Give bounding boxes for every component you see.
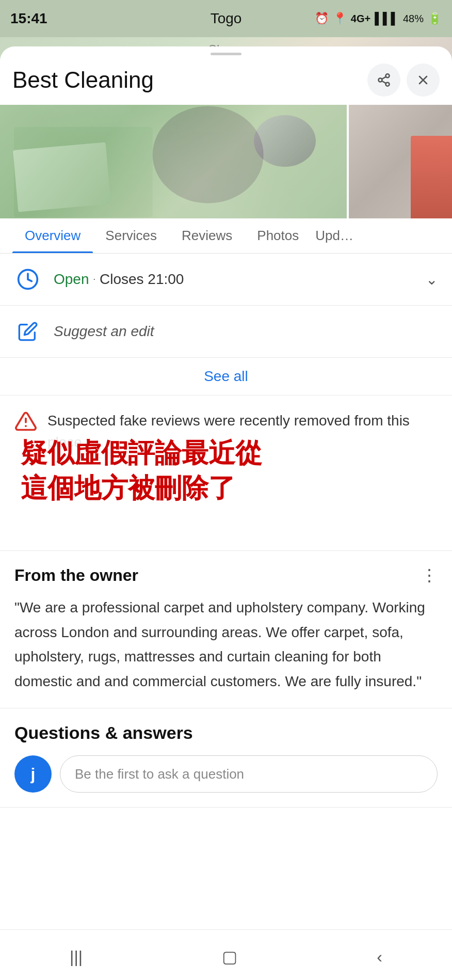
status-carrier: Togo	[211, 10, 242, 27]
close-button[interactable]	[407, 64, 440, 97]
battery-indicator: 48%	[403, 13, 424, 25]
see-all-section[interactable]: See all	[0, 358, 452, 396]
status-bar: 15:41 Togo ⏰ 📍 4G+ ▌▌▌ 48% 🔋	[0, 0, 452, 37]
tab-services[interactable]: Services	[93, 218, 169, 253]
hours-expand-icon[interactable]: ⌄	[426, 271, 438, 288]
warning-section: Suspected fake reviews were recently rem…	[0, 396, 452, 551]
close-icon	[416, 73, 430, 87]
edit-icon-container	[14, 318, 41, 345]
signal-bars-icon: ▌▌▌	[375, 12, 399, 25]
location-icon: 📍	[333, 12, 347, 25]
battery-icon: 🔋	[428, 12, 442, 25]
place-title: Best Cleaning	[12, 67, 367, 93]
tab-photos[interactable]: Photos	[245, 218, 311, 253]
qa-input-row: j Be the first to ask a question	[14, 755, 438, 793]
close-time: Closes 21:00	[100, 271, 184, 288]
svg-line-3	[382, 81, 386, 84]
edit-row[interactable]: Suggest an edit	[0, 306, 452, 358]
open-status: Open	[54, 271, 89, 288]
nav-recents-icon[interactable]: |||	[70, 947, 83, 967]
see-all-button[interactable]: See all	[204, 368, 248, 385]
suggest-edit-label[interactable]: Suggest an edit	[54, 323, 154, 340]
chinese-line1: 疑似虛假評論最近從	[21, 436, 262, 471]
owner-header: From the owner ⋮	[14, 565, 438, 585]
clock-icon-container	[14, 266, 41, 293]
owner-quote: "We are a professional carpet and uphols…	[14, 595, 438, 693]
qa-title: Questions & answers	[14, 723, 438, 743]
ask-question-input[interactable]: Be the first to ask a question	[60, 755, 438, 793]
network-icon: 4G+	[351, 13, 370, 25]
svg-line-4	[382, 77, 386, 80]
owner-section: From the owner ⋮ "We are a professional …	[0, 551, 452, 708]
android-nav-bar: ||| ▢ ‹	[0, 934, 452, 980]
edit-icon	[18, 321, 38, 342]
nav-back-icon[interactable]: ‹	[377, 947, 382, 967]
header-actions	[367, 64, 440, 97]
alarm-icon: ⏰	[315, 12, 329, 25]
nav-home-icon[interactable]: ▢	[222, 947, 237, 967]
tabs-row: Overview Services Reviews Photos Upd…	[0, 218, 452, 254]
status-time: 15:41	[10, 10, 47, 27]
svg-rect-8	[14, 127, 153, 217]
bottom-sheet: Best Cleaning	[0, 46, 452, 980]
user-avatar: j	[14, 755, 52, 793]
qa-section: Questions & answers j Be the first to as…	[0, 708, 452, 808]
sheet-header: Best Cleaning	[0, 59, 452, 105]
hours-content: Open · Closes 21:00	[54, 271, 426, 288]
photo-strip[interactable]	[0, 105, 452, 218]
tab-updates[interactable]: Upd…	[311, 218, 358, 253]
chinese-overlay: 疑似虛假評論最近從 這個地方被刪除了	[14, 432, 268, 510]
clock-icon	[17, 268, 39, 291]
hours-separator: ·	[93, 275, 95, 284]
share-icon	[377, 73, 391, 87]
hours-row[interactable]: Open · Closes 21:00 ⌄	[0, 254, 452, 306]
photo-main[interactable]	[0, 105, 347, 218]
svg-point-9	[153, 106, 264, 203]
sheet-content[interactable]: Open · Closes 21:00 ⌄ Suggest an edit Se…	[0, 254, 452, 929]
status-icons: ⏰ 📍 4G+ ▌▌▌ 48% 🔋	[315, 12, 442, 25]
tab-reviews[interactable]: Reviews	[169, 218, 245, 253]
tab-overview[interactable]: Overview	[12, 218, 93, 253]
chinese-line2: 這個地方被刪除了	[21, 471, 262, 506]
owner-title: From the owner	[14, 566, 138, 585]
ask-question-placeholder: Be the first to ask a question	[75, 766, 244, 782]
drag-handle[interactable]	[211, 53, 241, 55]
share-button[interactable]	[367, 64, 400, 97]
photo-side[interactable]	[349, 105, 452, 218]
owner-menu-button[interactable]: ⋮	[421, 565, 438, 585]
